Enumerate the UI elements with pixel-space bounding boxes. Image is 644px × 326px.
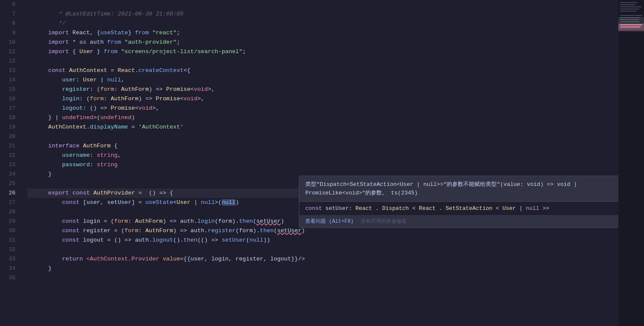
line-num-34: 34 — [0, 264, 15, 273]
line-num-21: 21 — [0, 141, 15, 151]
line-num-10: 10 — [0, 38, 15, 47]
line-num-29: 29 — [0, 217, 15, 226]
editor-container: 6 7 8 9 10 11 12 13 14 15 16 17 18 19 20… — [0, 0, 644, 326]
svg-rect-5 — [620, 11, 636, 12]
svg-rect-4 — [620, 9, 639, 9]
line-num-24: 24 — [0, 170, 15, 179]
minimap-content — [618, 0, 644, 326]
code-line-8: import React, {useState} from "react"; — [27, 19, 618, 28]
svg-rect-3 — [620, 6, 641, 7]
line-num-35: 35 — [0, 273, 15, 283]
svg-rect-6 — [620, 15, 642, 16]
tooltip-code-hint: const setUser: React . Dispatch < React … — [299, 202, 618, 215]
line-num-23: 23 — [0, 160, 15, 170]
tooltip-error-line1: 类型"Dispatch<SetStateAction<User | null>>… — [305, 181, 577, 188]
comment-lastedittime: * @LastEditTime: 2021-06-30 21:08:05 — [48, 11, 184, 17]
line-num-26: 26 — [0, 188, 15, 198]
line-num-31: 31 — [0, 236, 15, 245]
line-num-16: 16 — [0, 94, 15, 104]
line-numbers: 6 7 8 9 10 11 12 13 14 15 16 17 18 19 20… — [0, 0, 21, 326]
code-line-6: * @LastEditTime: 2021-06-30 21:08:05 — [27, 0, 618, 9]
svg-rect-2 — [620, 4, 635, 5]
code-line-20: interface AuthForm { — [27, 132, 618, 141]
line-num-13: 13 — [0, 66, 15, 75]
line-num-20: 20 — [0, 132, 15, 141]
comment-close: */ — [48, 20, 66, 27]
line-num-17: 17 — [0, 104, 15, 113]
line-num-14: 14 — [0, 75, 15, 85]
svg-rect-0 — [618, 0, 644, 326]
line-num-11: 11 — [0, 47, 15, 57]
code-line-35 — [27, 273, 618, 283]
code-line-32: return <AuthContext.Provider value={{use… — [27, 245, 618, 254]
minimap — [618, 0, 644, 326]
kw-import-8: import — [48, 30, 69, 36]
line-num-32: 32 — [0, 245, 15, 254]
line-num-6: 6 — [0, 0, 15, 9]
line-num-8: 8 — [0, 19, 15, 28]
line-num-19: 19 — [0, 123, 15, 132]
line-num-30: 30 — [0, 226, 15, 236]
line-num-28: 28 — [0, 207, 15, 217]
line-num-15: 15 — [0, 85, 15, 94]
line-num-25: 25 — [0, 179, 15, 188]
tooltip-error-line2: PromiseLike<void>"的参数。 ts(2345) — [305, 190, 418, 196]
code-area[interactable]: * @LastEditTime: 2021-06-30 21:08:05 */ … — [21, 0, 618, 326]
minimap-viewport — [618, 17, 644, 30]
code-line-12: const AuthContext = React.createContext<… — [27, 57, 618, 66]
tooltip-code-text: const setUser: React . Dispatch < React … — [305, 205, 549, 212]
tooltip-error-message: 类型"Dispatch<SetStateAction<User | null>>… — [299, 176, 618, 202]
line-num-27: 27 — [0, 198, 15, 207]
line-num-22: 22 — [0, 151, 15, 160]
tooltip-view-problem-link[interactable]: 查看问题 (Alt+F8) — [305, 218, 354, 225]
tooltip-error-popup: 类型"Dispatch<SetStateAction<User | null>>… — [299, 176, 618, 228]
line-num-33: 33 — [0, 254, 15, 264]
svg-rect-1 — [620, 2, 637, 3]
line-num-9: 9 — [0, 28, 15, 38]
tooltip-actions-bar: 查看问题 (Alt+F8) 没有可用的快速修复 — [299, 215, 618, 227]
tooltip-no-fix-label: 没有可用的快速修复 — [361, 218, 407, 225]
line-num-7: 7 — [0, 9, 15, 19]
code-line-34 — [27, 264, 618, 273]
line-num-12: 12 — [0, 57, 15, 66]
tooltip-view-problem-label: 查看问题 (Alt+F8) — [305, 218, 354, 224]
line-num-18: 18 — [0, 113, 15, 123]
